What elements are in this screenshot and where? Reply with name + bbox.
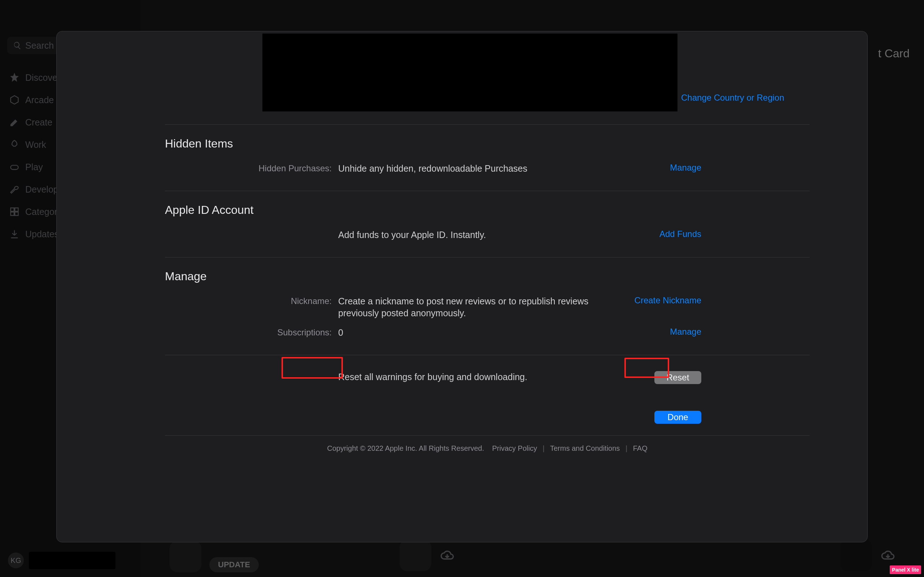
panel-x-badge: Panel X lite: [890, 566, 921, 574]
row-label: Nickname:: [165, 295, 338, 306]
section-title: Apple ID Account: [165, 203, 809, 217]
row-label: Hidden Purchases:: [165, 163, 338, 174]
row-value: Reset all warnings for buying and downlo…: [338, 371, 627, 384]
section-title: Manage: [165, 270, 809, 283]
add-funds-link[interactable]: Add Funds: [659, 229, 701, 239]
section-reset: Reset all warnings for buying and downlo…: [165, 355, 809, 400]
subscriptions-label: Subscriptions:: [165, 327, 338, 338]
done-button[interactable]: Done: [654, 411, 701, 424]
modal-scroll[interactable]: Change Country or Region Hidden Items Hi…: [57, 31, 867, 542]
reset-button[interactable]: Reset: [654, 371, 701, 384]
row-add-funds: Add funds to your Apple ID. Instantly. A…: [165, 226, 809, 245]
section-apple-id: Apple ID Account Add funds to your Apple…: [165, 191, 809, 257]
terms-link[interactable]: Terms and Conditions: [550, 444, 620, 452]
row-value: Unhide any hidden, redownloadable Purcha…: [338, 163, 627, 175]
account-settings-modal: Change Country or Region Hidden Items Hi…: [56, 31, 868, 542]
section-manage: Manage Nickname: Create a nickname to po…: [165, 257, 809, 355]
row-label: [165, 371, 338, 372]
row-reset-warnings: Reset all warnings for buying and downlo…: [165, 367, 809, 388]
section-title: Hidden Items: [165, 137, 809, 150]
row-hidden-purchases: Hidden Purchases: Unhide any hidden, red…: [165, 159, 809, 179]
section-hidden-items: Hidden Items Hidden Purchases: Unhide an…: [165, 124, 809, 191]
privacy-policy-link[interactable]: Privacy Policy: [492, 444, 537, 452]
separator: |: [625, 444, 627, 452]
row-subscriptions: Subscriptions: 0 Manage: [165, 323, 809, 343]
row-value: Add funds to your Apple ID. Instantly.: [338, 229, 627, 241]
modal-footer-legal: Copyright © 2022 Apple Inc. All Rights R…: [165, 435, 809, 467]
row-label: [165, 229, 338, 230]
change-country-link[interactable]: Change Country or Region: [681, 93, 784, 103]
row-nickname: Nickname: Create a nickname to post new …: [165, 292, 809, 324]
create-nickname-link[interactable]: Create Nickname: [635, 295, 701, 305]
separator: |: [543, 444, 544, 452]
faq-link[interactable]: FAQ: [633, 444, 648, 452]
subscriptions-count: 0: [338, 327, 627, 339]
manage-subscriptions-link[interactable]: Manage: [670, 327, 701, 337]
row-value: Create a nickname to post new reviews or…: [338, 295, 627, 320]
copyright-text: Copyright © 2022 Apple Inc. All Rights R…: [327, 444, 484, 452]
manage-hidden-link[interactable]: Manage: [670, 163, 701, 172]
redacted-account-header: [262, 34, 677, 111]
modal-footer-buttons: Done: [165, 400, 809, 427]
